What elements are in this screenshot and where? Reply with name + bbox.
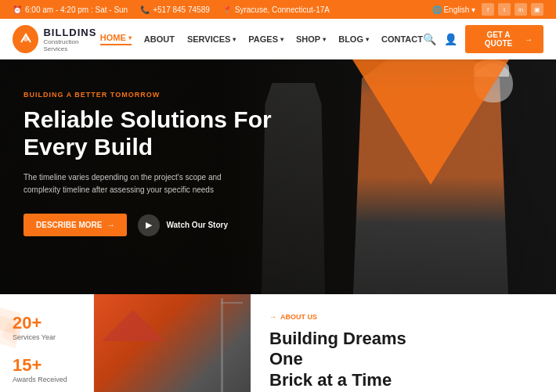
user-icon[interactable]: 👤 bbox=[444, 33, 457, 45]
hero-section: BUILDING A BETTER TOMORROW Reliable Solu… bbox=[0, 59, 556, 294]
logo-icon bbox=[13, 25, 38, 53]
stat-services: 20+ Services Year bbox=[13, 313, 81, 341]
search-icon[interactable]: 🔍 bbox=[423, 33, 436, 45]
watch-story-button[interactable]: ▶ Watch Our Story bbox=[138, 214, 228, 236]
quote-label: GET A QUOTE bbox=[476, 31, 521, 48]
social-icons: f t in ▣ bbox=[482, 3, 543, 16]
hero-description: The timeline varies depending on the pro… bbox=[23, 171, 258, 196]
watch-label: Watch Our Story bbox=[166, 221, 228, 229]
arrow-icon: → bbox=[525, 35, 533, 44]
location-icon: 📍 bbox=[222, 5, 232, 14]
svg-point-1 bbox=[23, 37, 28, 41]
phone-item[interactable]: 📞 +517 845 74589 bbox=[140, 5, 210, 14]
crane-arm bbox=[221, 302, 243, 304]
linkedin-icon[interactable]: in bbox=[514, 3, 527, 16]
stat-awards: 15+ Awards Received bbox=[13, 355, 81, 383]
nav-contact[interactable]: CONTACT bbox=[381, 34, 423, 44]
twitter-icon[interactable]: t bbox=[498, 3, 511, 16]
stat-awards-number: 15+ bbox=[13, 355, 81, 376]
about-title-line3: Brick at a Time bbox=[269, 370, 392, 390]
top-bar: ⏰ 6:00 am - 4:20 pm : Sat - Sun 📞 +517 8… bbox=[0, 0, 556, 19]
nav-pages[interactable]: PAGES ▾ bbox=[248, 34, 283, 44]
about-tag: ABOUT US bbox=[269, 313, 537, 321]
navbar: BILLDINS Construction Services HOME ▾ AB… bbox=[0, 19, 556, 59]
nav-home[interactable]: HOME ▾ bbox=[100, 33, 132, 45]
stats-column: 20+ Services Year 15+ Awards Received 30… bbox=[0, 294, 94, 392]
about-title-line1: Building Dreams bbox=[269, 329, 406, 348]
hours-item: ⏰ 6:00 am - 4:20 pm : Sat - Sun bbox=[13, 5, 128, 14]
logo-subtitle: Construction Services bbox=[43, 38, 99, 52]
about-column: ABOUT US Building Dreams One Brick at a … bbox=[251, 294, 556, 392]
logo-name: BILLDINS bbox=[43, 27, 99, 38]
instagram-icon[interactable]: ▣ bbox=[531, 3, 543, 16]
facebook-icon[interactable]: f bbox=[482, 3, 494, 16]
hero-triangle-decoration bbox=[352, 59, 509, 185]
quote-button[interactable]: GET A QUOTE → bbox=[465, 25, 543, 53]
hero-actions: DESCRIBE MORE → ▶ Watch Our Story bbox=[23, 214, 305, 236]
logo-text: BILLDINS Construction Services bbox=[43, 27, 99, 52]
stat-services-label: Services Year bbox=[13, 333, 81, 341]
about-title-line2: One bbox=[269, 349, 303, 369]
language-selector[interactable]: 🌐 English ▾ bbox=[432, 5, 475, 14]
crane-mast bbox=[221, 298, 223, 392]
stat-awards-label: Awards Received bbox=[13, 376, 81, 383]
location-item: 📍 Syracuse, Connecticut-17A bbox=[222, 5, 330, 14]
arrow-right-icon: → bbox=[107, 221, 114, 229]
about-title: Building Dreams One Brick at a Time bbox=[269, 329, 537, 390]
describe-label: DESCRIBE MORE bbox=[36, 221, 102, 229]
phone-icon: 📞 bbox=[140, 5, 150, 14]
play-icon: ▶ bbox=[138, 214, 160, 236]
hours-text: 6:00 am - 4:20 pm : Sat - Sun bbox=[25, 5, 128, 14]
nav-menu: HOME ▾ ABOUT SERVICES ▾ PAGES ▾ SHOP ▾ B… bbox=[100, 33, 423, 45]
about-image-column bbox=[94, 294, 251, 392]
nav-shop[interactable]: SHOP ▾ bbox=[296, 34, 326, 44]
hero-title: Reliable Solutions For Every Build bbox=[23, 106, 305, 160]
bottom-section: 20+ Services Year 15+ Awards Received 30… bbox=[0, 294, 556, 392]
phone-text: +517 845 74589 bbox=[153, 5, 210, 14]
hero-tag: BUILDING A BETTER TOMORROW bbox=[23, 91, 305, 99]
stat-services-number: 20+ bbox=[13, 313, 81, 333]
clock-icon: ⏰ bbox=[13, 5, 22, 14]
nav-services[interactable]: SERVICES ▾ bbox=[187, 34, 236, 44]
nav-actions: 🔍 👤 GET A QUOTE → bbox=[423, 25, 543, 53]
nav-blog[interactable]: BLOG ▾ bbox=[338, 34, 369, 44]
describe-more-button[interactable]: DESCRIBE MORE → bbox=[23, 214, 127, 236]
nav-about[interactable]: ABOUT bbox=[144, 34, 175, 44]
top-bar-left: ⏰ 6:00 am - 4:20 pm : Sat - Sun 📞 +517 8… bbox=[13, 5, 330, 14]
about-tag-text: ABOUT US bbox=[280, 313, 317, 321]
logo: BILLDINS Construction Services bbox=[13, 25, 100, 53]
image-background bbox=[94, 294, 251, 392]
top-bar-right: 🌐 English ▾ f t in ▣ bbox=[432, 3, 543, 16]
location-text: Syracuse, Connecticut-17A bbox=[235, 5, 330, 14]
hero-content: BUILDING A BETTER TOMORROW Reliable Solu… bbox=[0, 59, 329, 268]
